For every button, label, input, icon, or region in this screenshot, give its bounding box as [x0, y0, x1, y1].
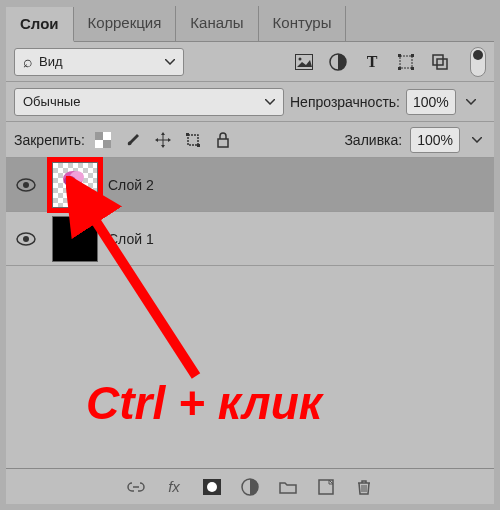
svg-rect-5 [411, 54, 414, 57]
lock-label: Закрепить: [14, 132, 85, 148]
brush-icon[interactable] [123, 130, 143, 150]
lock-icons [93, 130, 233, 150]
bottom-toolbar: fx [6, 468, 494, 504]
svg-rect-4 [398, 54, 401, 57]
layer-row[interactable]: Слой 2 [6, 158, 494, 212]
image-icon[interactable] [294, 52, 314, 72]
tab-paths[interactable]: Контуры [259, 6, 347, 41]
blend-mode-dropdown[interactable]: Обычные [14, 88, 284, 116]
svg-rect-10 [95, 132, 103, 140]
toolbar-row-1: ⌕ Вид T [6, 42, 494, 82]
type-icon[interactable]: T [362, 52, 382, 72]
svg-point-28 [207, 482, 217, 492]
svg-rect-7 [411, 67, 414, 70]
visibility-toggle[interactable] [6, 232, 46, 246]
svg-rect-6 [398, 67, 401, 70]
opacity-dropdown[interactable] [462, 99, 480, 105]
layers-panel: Слои Коррекция Каналы Контуры ⌕ Вид [0, 0, 500, 510]
svg-rect-8 [433, 55, 443, 65]
filter-toggle[interactable] [470, 47, 486, 77]
layer-name: Слой 1 [108, 231, 154, 247]
svg-rect-3 [400, 56, 412, 68]
fill-field[interactable]: 100% [410, 127, 460, 153]
lock-row: Закрепить: Заливка: [6, 122, 494, 158]
group-icon[interactable] [278, 477, 298, 497]
search-icon: ⌕ [23, 53, 33, 71]
fill-dropdown[interactable] [468, 137, 486, 143]
filter-icons: T [294, 47, 486, 77]
artboard-icon[interactable] [430, 52, 450, 72]
tab-layers[interactable]: Слои [6, 7, 74, 42]
tab-channels[interactable]: Каналы [176, 6, 258, 41]
svg-rect-9 [437, 59, 447, 69]
blend-mode-label: Обычные [23, 94, 80, 109]
chevron-down-icon [165, 59, 175, 65]
lock-transparency-icon[interactable] [93, 130, 113, 150]
tab-adjustments[interactable]: Коррекция [74, 6, 177, 41]
view-dropdown[interactable]: ⌕ Вид [14, 48, 184, 76]
svg-rect-13 [95, 140, 103, 148]
fx-icon[interactable]: fx [164, 477, 184, 497]
panel-tabs: Слои Коррекция Каналы Контуры [6, 6, 494, 42]
layers-list: Слой 2 Слой 1 [6, 158, 494, 266]
svg-rect-16 [188, 135, 198, 145]
svg-rect-18 [197, 144, 200, 147]
transform-icon[interactable] [396, 52, 416, 72]
layer-thumbnail[interactable] [52, 216, 98, 262]
visibility-toggle[interactable] [6, 178, 46, 192]
move-icon[interactable] [153, 130, 173, 150]
adjust-icon[interactable] [328, 52, 348, 72]
svg-rect-12 [103, 132, 111, 140]
new-layer-icon[interactable] [316, 477, 336, 497]
lock-icon[interactable] [213, 130, 233, 150]
adjustment-icon[interactable] [240, 477, 260, 497]
svg-point-21 [23, 182, 29, 188]
svg-rect-19 [218, 139, 228, 147]
svg-point-1 [299, 57, 302, 60]
layer-row[interactable]: Слой 1 [6, 212, 494, 266]
link-icon[interactable] [126, 477, 146, 497]
layer-name: Слой 2 [108, 177, 154, 193]
opacity-label: Непрозрачность: [290, 94, 400, 110]
layer-thumbnail[interactable] [52, 162, 98, 208]
crop-icon[interactable] [183, 130, 203, 150]
mask-icon[interactable] [202, 477, 222, 497]
toolbar-row-2: Обычные Непрозрачность: 100% [6, 82, 494, 122]
opacity-value: 100% [407, 94, 455, 110]
fill-label: Заливка: [344, 132, 402, 148]
view-dropdown-label: Вид [39, 54, 63, 69]
opacity-field[interactable]: 100% [406, 89, 456, 115]
trash-icon[interactable] [354, 477, 374, 497]
fill-value: 100% [411, 132, 459, 148]
svg-rect-11 [103, 140, 111, 148]
svg-point-24 [64, 176, 76, 186]
svg-rect-17 [186, 133, 189, 136]
chevron-down-icon [265, 99, 275, 105]
svg-point-26 [23, 236, 29, 242]
